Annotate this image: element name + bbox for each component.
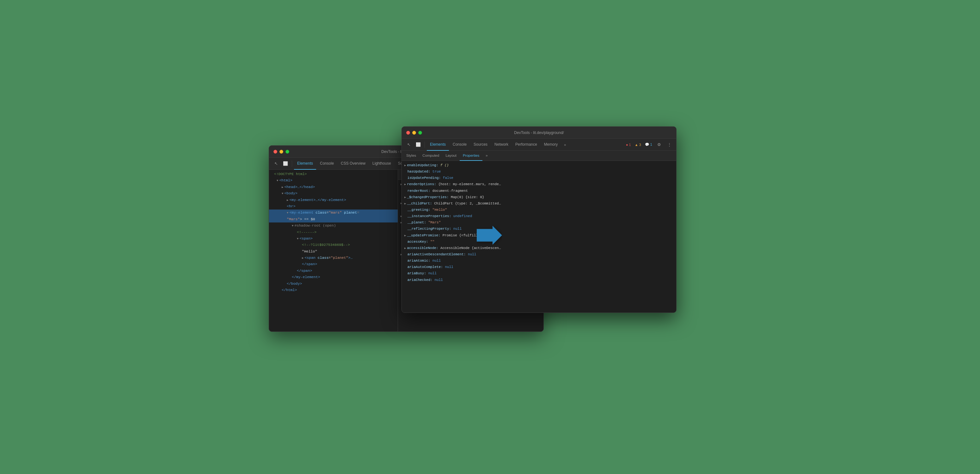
tab-styles-front[interactable]: Styles — [403, 151, 419, 161]
dom-line[interactable]: </body> — [269, 281, 398, 287]
settings-icon-front[interactable]: ⚙ — [655, 140, 663, 149]
dom-line[interactable]: </span> — [269, 268, 398, 274]
tab-properties-front[interactable]: Properties — [460, 151, 482, 161]
prop-line[interactable]: ▶renderRoot: document-fragment — [402, 188, 676, 194]
dom-line[interactable]: "Mars"> == $0 — [269, 216, 398, 223]
prop-line[interactable]: ▶hasUpdated: true — [402, 169, 676, 175]
dom-line[interactable]: ▶<my-element>…</my-element> — [269, 197, 398, 203]
dom-line[interactable]: <!DOCTYPE html> — [269, 171, 398, 177]
minimize-button-back[interactable] — [280, 150, 283, 154]
cursor-icon-front[interactable]: ↖ — [404, 140, 413, 149]
dom-line[interactable]: ▶<span class="planet">… — [269, 255, 398, 261]
svg-marker-0 — [477, 226, 502, 245]
maximize-button-back[interactable] — [285, 150, 289, 154]
expand-icon[interactable]: ▼ — [292, 224, 293, 227]
tab-sources-front[interactable]: Sources — [470, 139, 491, 151]
more-icon-front[interactable]: ⋮ — [665, 140, 674, 149]
prop-line[interactable]: ▶ariaChecked: null — [402, 277, 676, 283]
badge-error-front: ● 1 — [625, 143, 632, 146]
dom-line[interactable]: </span> — [269, 261, 398, 267]
tab-css-overview-back[interactable]: CSS Overview — [337, 158, 369, 170]
dom-line[interactable]: </my-element> — [269, 274, 398, 280]
prop-line[interactable]: ▶accessKey: "" — [402, 239, 676, 245]
expand-icon[interactable]: ▶ — [282, 186, 283, 189]
title-bar-front: DevTools - lit.dev/playground/ — [402, 127, 676, 139]
expand-icon[interactable]: ▼ — [282, 192, 283, 195]
expand-icon[interactable]: ▶ — [287, 199, 288, 202]
dom-line[interactable]: <!--?lit$927534869$--> — [269, 242, 398, 248]
dom-line[interactable]: ▶<head>…</head> — [269, 184, 398, 190]
blue-arrow — [477, 226, 502, 248]
prop-line[interactable]: ▶__instanceProperties: undefined — [402, 213, 676, 219]
dom-panel-back: <!DOCTYPE html> ▼<html> ▶<head>…</head> … — [269, 170, 398, 331]
toolbar-separator — [292, 161, 292, 167]
tab-elements-back[interactable]: Elements — [294, 158, 316, 170]
traffic-lights-back — [274, 150, 289, 154]
badge-warn-front: ▲ 3 — [633, 143, 643, 146]
props-content-front[interactable]: ▶enableUpdating: f () ▶hasUpdated: true … — [402, 161, 676, 313]
maximize-button-front[interactable] — [418, 131, 422, 135]
prop-line[interactable]: ▶isUpdatePending: false — [402, 175, 676, 181]
toolbar-right-front: ● 1 ▲ 3 💬 1 ⚙ ⋮ — [625, 140, 674, 149]
tab-memory-front[interactable]: Memory — [541, 139, 561, 151]
expand-icon[interactable]: ▼ — [277, 179, 278, 182]
window-title-front: DevTools - lit.dev/playground/ — [514, 130, 564, 135]
props-panel-front: Styles Computed Layout Properties » ▶ena… — [402, 151, 676, 313]
prop-line[interactable]: ▶ariaAutoComplete: null — [402, 264, 676, 270]
prop-line[interactable]: ▶enableUpdating: f () — [402, 162, 676, 169]
device-toggle-icon-front[interactable]: ⬜ — [414, 140, 423, 149]
props-tab-more-front[interactable]: » — [482, 151, 491, 161]
toolbar-separator-front — [425, 142, 425, 148]
close-button-front[interactable] — [406, 131, 410, 135]
minimize-button-front[interactable] — [412, 131, 416, 135]
badge-info-front: 💬 1 — [644, 143, 654, 146]
tab-more-front[interactable]: » — [562, 139, 568, 151]
dom-line[interactable]: ▼#shadow-root (open) — [269, 223, 398, 229]
tab-console-back[interactable]: Console — [317, 158, 337, 170]
devtools-window-front: DevTools - lit.dev/playground/ ↖ ⬜ Eleme… — [401, 126, 676, 313]
prop-line[interactable]: ▶accessibleNode: AccessibleNode {activeD… — [402, 245, 676, 251]
prop-line[interactable]: ▶_$changedProperties: Map(0) {size: 0} — [402, 194, 676, 200]
dom-line[interactable]: "Hello" — [269, 248, 398, 255]
close-button-back[interactable] — [274, 150, 277, 154]
breadcrumb-bar-back: ... dPreview playground-preview#preview … — [269, 331, 543, 332]
tab-performance-front[interactable]: Performance — [512, 139, 540, 151]
dom-content-back[interactable]: <!DOCTYPE html> ▼<html> ▶<head>…</head> … — [269, 170, 398, 331]
props-tabs-front: Styles Computed Layout Properties » — [402, 151, 676, 161]
expand-icon[interactable]: ▼ — [287, 212, 288, 215]
dom-line[interactable]: ▼<html> — [269, 177, 398, 184]
expand-icon[interactable]: ▶ — [302, 257, 304, 260]
dom-line-selected[interactable]: ▼<my-element class="mars" planet= — [269, 210, 398, 216]
prop-line[interactable]: ▶__childPart: ChildPart {type: 2, _$comm… — [402, 200, 676, 207]
tab-computed-front[interactable]: Computed — [419, 151, 442, 161]
dom-line[interactable]: ▼<span> — [269, 235, 398, 242]
traffic-lights-front — [406, 131, 422, 135]
tab-layout-front[interactable]: Layout — [442, 151, 460, 161]
prop-line[interactable]: ▶ariaBusy: null — [402, 270, 676, 277]
tab-elements-front[interactable]: Elements — [427, 139, 449, 151]
dom-line[interactable]: <!------> — [269, 229, 398, 235]
expand-icon[interactable]: ▼ — [297, 237, 298, 240]
prop-line[interactable]: ▶ariaAtomic: null — [402, 258, 676, 264]
cursor-icon[interactable]: ↖ — [272, 159, 280, 168]
prop-line[interactable]: ▶renderOptions: {host: my-element.mars, … — [402, 181, 676, 188]
prop-line[interactable]: ▶__reflectingProperty: null — [402, 226, 676, 232]
prop-line[interactable]: ▶__planet: "Mars" — [402, 219, 676, 226]
device-toggle-icon[interactable]: ⬜ — [281, 159, 290, 168]
prop-line[interactable]: ▶__greeting: "Hello" — [402, 207, 676, 213]
dom-line[interactable]: </html> — [269, 287, 398, 293]
toolbar-front: ↖ ⬜ Elements Console Sources Network Per… — [402, 139, 676, 151]
tab-network-front[interactable]: Network — [491, 139, 512, 151]
dom-line[interactable]: <hr> — [269, 203, 398, 210]
prop-line[interactable]: ▶__updatePromise: Promise {<fulfilled>: … — [402, 232, 676, 239]
tab-lighthouse-back[interactable]: Lighthouse — [369, 158, 394, 170]
prop-line[interactable]: ▶ariaActiveDescendantElement: null — [402, 251, 676, 258]
dom-line[interactable]: ▼<body> — [269, 190, 398, 197]
devtools-main-front: Styles Computed Layout Properties » ▶ena… — [402, 151, 676, 313]
tab-console-front[interactable]: Console — [450, 139, 470, 151]
